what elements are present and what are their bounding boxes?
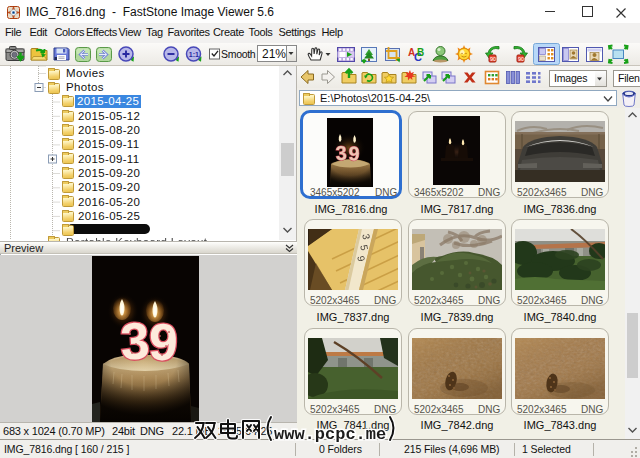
svg-text:www.pcpc.me: www.pcpc.me bbox=[274, 425, 386, 444]
svg-text:3: 3 bbox=[335, 142, 347, 165]
svg-text:Smooth: Smooth bbox=[221, 48, 256, 60]
svg-text:90: 90 bbox=[490, 56, 496, 62]
svg-text:1:1: 1:1 bbox=[189, 51, 199, 58]
svg-text:9: 9 bbox=[348, 142, 360, 164]
svg-text:90: 90 bbox=[518, 56, 524, 62]
svg-text:3: 3 bbox=[119, 311, 151, 370]
svg-text:B: B bbox=[417, 47, 424, 58]
